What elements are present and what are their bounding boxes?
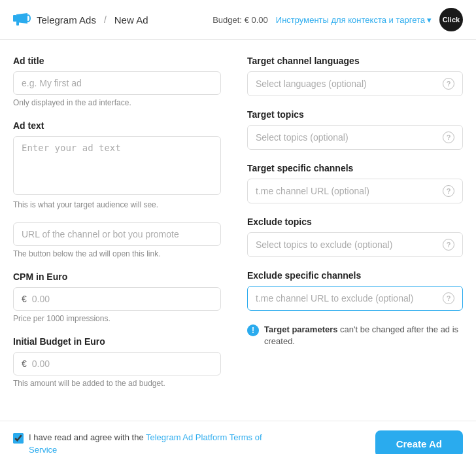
header-left: Telegram Ads / New Ad [13,13,148,26]
exclude-topics-group: Exclude topics ? [247,217,463,257]
ad-text-label: Ad text [13,120,221,131]
chevron-down-icon: ▾ [427,15,432,25]
telegram-ads-logo-icon [13,13,31,26]
cpm-input[interactable] [32,294,212,304]
budget-label: Initial Budget in Euro [13,336,221,347]
exclude-channels-help-icon[interactable]: ? [443,292,454,304]
languages-label: Target channel languages [247,56,463,66]
exclude-topics-help-icon[interactable]: ? [443,239,454,251]
url-group: The button below the ad will open this l… [13,222,221,258]
budget-group: Initial Budget in Euro € This amount wil… [13,336,221,388]
terms-checkbox-label[interactable]: I have read and agree with the Telegram … [13,432,275,454]
topics-group: Target topics ? [247,109,463,150]
right-column: Target channel languages ? Target topics… [247,56,463,401]
footer-left: I have read and agree with the Telegram … [13,432,275,454]
budget-input-wrap: € [13,352,221,375]
topics-input[interactable] [256,132,439,143]
target-channels-help-icon[interactable]: ? [443,185,454,197]
ad-title-label: Ad title [13,56,221,66]
exclude-topics-select-wrap: ? [247,232,463,257]
topics-select-wrap: ? [247,125,463,150]
ad-text-group: Ad text This is what your target audienc… [13,120,221,209]
ad-title-hint: Only displayed in the ad interface. [13,98,221,107]
breadcrumb-separator: / [104,14,107,25]
topics-label: Target topics [247,109,463,120]
header-budget: Budget: € 0.00 [212,15,268,25]
info-icon: ! [247,324,259,336]
svg-point-3 [26,15,30,22]
tools-link[interactable]: Инструменты для контекста и таргета ▾ [276,15,432,25]
exclude-channels-select-wrap: ? [247,286,463,311]
exclude-channels-input[interactable] [256,293,439,304]
click-button[interactable]: Click [439,8,463,31]
svg-rect-2 [16,22,19,26]
warning-box: ! Target parameters can't be changed aft… [247,324,463,347]
exclude-channels-group: Exclude specific channels ? [247,270,463,311]
page-title: New Ad [114,14,148,26]
languages-input[interactable] [256,79,439,89]
ad-text-hint: This is what your target audience will s… [13,200,221,209]
url-hint: The button below the ad will open this l… [13,249,221,258]
budget-hint: This amount will be added to the ad budg… [13,379,221,388]
ad-text-input[interactable] [13,136,221,195]
brand-label: Telegram Ads [37,14,96,26]
svg-rect-0 [13,15,16,22]
budget-currency-sign: € [22,358,27,369]
target-channels-select-wrap: ? [247,179,463,203]
exclude-channels-label: Exclude specific channels [247,270,463,281]
target-channels-input[interactable] [256,186,439,196]
languages-select-wrap: ? [247,71,463,96]
tools-label: Инструменты для контекста и таргета [276,15,425,25]
url-input[interactable] [13,222,221,246]
warning-text: Target parameters can't be changed after… [264,324,463,347]
topics-help-icon[interactable]: ? [443,131,454,143]
cpm-group: CPM in Euro € Price per 1000 impressions… [13,271,221,323]
terms-checkbox[interactable] [13,433,24,444]
create-ad-button[interactable]: Create Ad [375,430,463,454]
cpm-input-wrap: € [13,287,221,311]
header-right: Budget: € 0.00 Инструменты для контекста… [212,8,463,31]
target-channels-group: Target specific channels ? [247,163,463,203]
cpm-currency-sign: € [22,294,27,304]
left-column: Ad title Only displayed in the ad interf… [13,56,221,401]
header: Telegram Ads / New Ad Budget: € 0.00 Инс… [0,0,476,40]
checkbox-text-before: I have read and agree with the [29,432,146,442]
cpm-label: CPM in Euro [13,271,221,282]
ad-title-input[interactable] [13,71,221,95]
exclude-topics-input[interactable] [256,239,439,250]
ad-title-group: Ad title Only displayed in the ad interf… [13,56,221,107]
target-channels-label: Target specific channels [247,163,463,173]
languages-help-icon[interactable]: ? [443,78,454,90]
budget-input[interactable] [32,358,212,369]
languages-group: Target channel languages ? [247,56,463,96]
warning-bold: Target parameters [264,324,337,334]
exclude-topics-label: Exclude topics [247,217,463,227]
footer: I have read and agree with the Telegram … [0,421,476,454]
checkbox-text: I have read and agree with the Telegram … [29,432,275,454]
cpm-hint: Price per 1000 impressions. [13,314,221,323]
main-content: Ad title Only displayed in the ad interf… [0,40,476,414]
